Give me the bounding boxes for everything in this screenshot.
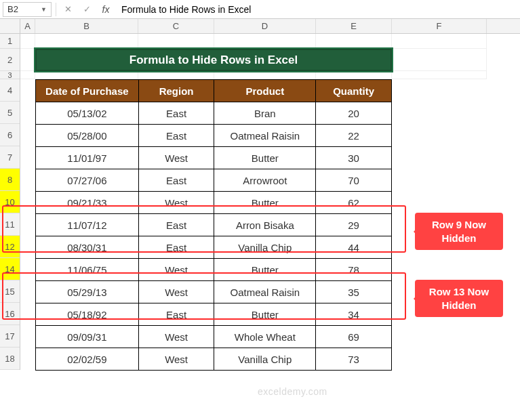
row-header-10[interactable]: 10	[0, 191, 20, 213]
cell[interactable]: East	[138, 102, 214, 125]
select-all-corner[interactable]	[0, 19, 20, 33]
table-row: 11/07/12EastArron Bisaka29	[36, 214, 392, 236]
cell[interactable]: Arron Bisaka	[214, 214, 316, 236]
cell[interactable]: Butter	[214, 303, 316, 326]
chevron-down-icon[interactable]: ▼	[41, 6, 47, 13]
col-header-C[interactable]: C	[138, 19, 214, 33]
row-header-11[interactable]: 11	[0, 213, 20, 236]
row-header-12[interactable]: 12	[0, 236, 20, 258]
cell[interactable]: 62	[316, 192, 392, 214]
cell[interactable]: West	[138, 281, 214, 303]
cell[interactable]: 05/13/02	[36, 102, 139, 125]
cell[interactable]: West	[138, 147, 214, 169]
header-quantity[interactable]: Quantity	[316, 80, 392, 102]
cell[interactable]: Oatmeal Raisin	[214, 125, 316, 147]
cell[interactable]: Arrowroot	[214, 169, 316, 192]
cell[interactable]: 11/06/75	[36, 259, 139, 281]
cell[interactable]: 11/01/97	[36, 147, 139, 169]
cell[interactable]: 35	[316, 281, 392, 303]
row-header-17[interactable]: 17	[0, 325, 20, 348]
row-header-16[interactable]: 16	[0, 303, 20, 325]
cell[interactable]: Butter	[214, 147, 316, 169]
row-header-2[interactable]: 2	[0, 49, 20, 71]
callout-row13: Row 13 Now Hidden	[415, 280, 503, 317]
cell[interactable]: West	[138, 259, 214, 281]
confirm-formula-button[interactable]: ✓	[79, 2, 94, 17]
cells-area[interactable]: Formula to Hide Rows in Excel Date of Pu…	[20, 34, 520, 370]
cell[interactable]: 07/27/06	[36, 169, 139, 192]
row-header-1[interactable]: 1	[0, 34, 20, 49]
cell[interactable]: East	[138, 214, 214, 236]
cell[interactable]: 09/09/31	[36, 326, 139, 348]
row-headers: 123456781011121415161718	[0, 34, 20, 370]
cell[interactable]: Whole Wheat	[214, 326, 316, 348]
cell[interactable]: 08/30/31	[36, 236, 139, 259]
cell[interactable]: Bran	[214, 102, 316, 125]
cell[interactable]: 09/21/33	[36, 192, 139, 214]
cell[interactable]: East	[138, 125, 214, 147]
cell[interactable]: West	[138, 348, 214, 371]
formula-input[interactable]	[117, 2, 517, 17]
fx-icon[interactable]: fx	[98, 2, 113, 17]
row-header-7[interactable]: 7	[0, 146, 20, 169]
table-row: 09/21/33WestButter62	[36, 192, 392, 214]
name-box[interactable]: B2 ▼	[3, 2, 52, 17]
row-header-18[interactable]: 18	[0, 348, 20, 370]
cell[interactable]: 30	[316, 147, 392, 169]
cell[interactable]: Butter	[214, 259, 316, 281]
cell[interactable]: Vanilla Chip	[214, 348, 316, 371]
cell[interactable]: 05/29/13	[36, 281, 139, 303]
col-header-A[interactable]: A	[20, 19, 35, 33]
column-headers: A B C D E F	[0, 19, 520, 34]
cell[interactable]: Oatmeal Raisin	[214, 281, 316, 303]
cell[interactable]: West	[138, 192, 214, 214]
table-row: 08/30/31EastVanilla Chip44	[36, 236, 392, 259]
cell[interactable]: East	[138, 303, 214, 326]
table-row: 05/29/13WestOatmeal Raisin35	[36, 281, 392, 303]
title-cell[interactable]: Formula to Hide Rows in Excel	[35, 49, 392, 71]
cell[interactable]: 70	[316, 169, 392, 192]
col-header-D[interactable]: D	[214, 19, 316, 33]
cancel-formula-button[interactable]: ✕	[60, 2, 75, 17]
row-header-3[interactable]: 3	[0, 71, 20, 79]
cell[interactable]: 44	[316, 236, 392, 259]
cell[interactable]: East	[138, 169, 214, 192]
table-row: 05/28/00EastOatmeal Raisin22	[36, 125, 392, 147]
table-header-row: Date of Purchase Region Product Quantity	[36, 80, 392, 102]
table-row: 05/13/02EastBran20	[36, 102, 392, 125]
col-header-F[interactable]: F	[392, 19, 487, 33]
cell[interactable]: East	[138, 236, 214, 259]
callout-row9: Row 9 Now Hidden	[415, 213, 503, 250]
table-row: 02/02/59WestVanilla Chip73	[36, 348, 392, 371]
row-header-14[interactable]: 14	[0, 258, 20, 280]
divider	[56, 3, 56, 16]
row-header-5[interactable]: 5	[0, 102, 20, 124]
cell[interactable]: Vanilla Chip	[214, 236, 316, 259]
cell[interactable]: West	[138, 326, 214, 348]
col-header-E[interactable]: E	[316, 19, 392, 33]
cell[interactable]: 05/18/92	[36, 303, 139, 326]
cell[interactable]: 34	[316, 303, 392, 326]
header-product[interactable]: Product	[214, 80, 316, 102]
cell[interactable]: Butter	[214, 192, 316, 214]
row-header-8[interactable]: 8	[0, 169, 20, 191]
row-header-6[interactable]: 6	[0, 124, 20, 146]
watermark: exceldemy.com	[258, 386, 327, 397]
cell[interactable]: 20	[316, 102, 392, 125]
cell[interactable]: 02/02/59	[36, 348, 139, 371]
cell[interactable]: 78	[316, 259, 392, 281]
cell[interactable]: 05/28/00	[36, 125, 139, 147]
cell[interactable]: 22	[316, 125, 392, 147]
header-region[interactable]: Region	[138, 80, 214, 102]
cell[interactable]: 29	[316, 214, 392, 236]
table-row: 07/27/06EastArrowroot70	[36, 169, 392, 192]
header-date[interactable]: Date of Purchase	[36, 80, 139, 102]
cell[interactable]: 11/07/12	[36, 214, 139, 236]
formula-bar: B2 ▼ ✕ ✓ fx	[0, 0, 520, 19]
cell[interactable]: 73	[316, 348, 392, 371]
table-row: 11/01/97WestButter30	[36, 147, 392, 169]
row-header-15[interactable]: 15	[0, 280, 20, 303]
col-header-B[interactable]: B	[35, 19, 138, 33]
row-header-4[interactable]: 4	[0, 79, 20, 102]
cell[interactable]: 69	[316, 326, 392, 348]
